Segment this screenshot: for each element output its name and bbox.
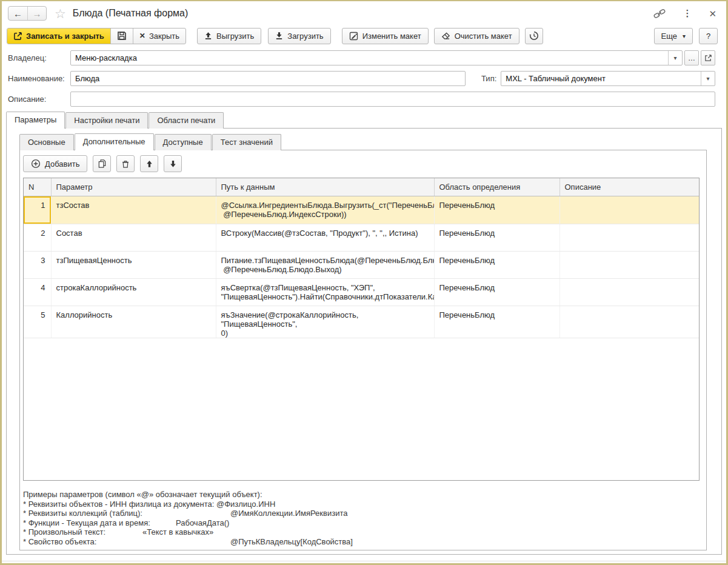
type-dropdown-icon[interactable]: ▾ bbox=[701, 72, 715, 85]
table-row[interactable]: 5 Каллорийность яъЗначение(@строкаКаллор… bbox=[24, 306, 699, 338]
table-row[interactable]: 3 тзПищеваяЦенность Питание.тзПищеваяЦен… bbox=[24, 251, 699, 278]
close-window-icon[interactable]: ✕ bbox=[709, 9, 716, 18]
save-close-icon bbox=[13, 32, 22, 41]
description-label: Описание: bbox=[8, 95, 70, 104]
cell-n[interactable]: 5 bbox=[24, 306, 51, 338]
copy-button[interactable] bbox=[93, 155, 111, 172]
hint-value: @ИмяКоллекции.ИмяРеквизита bbox=[230, 509, 347, 518]
move-up-button[interactable] bbox=[140, 155, 158, 172]
more-button[interactable]: Еще ▾ bbox=[654, 28, 693, 44]
type-field[interactable]: MXL - Табличный документ ▾ bbox=[501, 71, 715, 86]
cell-scope[interactable]: ПереченьБлюд bbox=[434, 251, 559, 278]
edit-layout-button[interactable]: Изменить макет bbox=[342, 28, 429, 44]
close-x-icon: ✕ bbox=[139, 32, 145, 40]
cell-n[interactable]: 1 bbox=[24, 196, 51, 224]
hint-line: * Реквизиты коллекций (таблиц): @ИмяКолл… bbox=[23, 509, 706, 518]
download-label: Загрузить bbox=[287, 32, 323, 41]
commandbar-right: Еще ▾ ? bbox=[654, 28, 718, 44]
owner-value[interactable]: Меню-раскладка bbox=[71, 51, 668, 65]
save-disk-icon bbox=[117, 31, 127, 41]
add-button[interactable]: Добавить bbox=[23, 155, 87, 172]
move-down-button[interactable] bbox=[164, 155, 182, 172]
cell-scope[interactable]: ПереченьБлюд bbox=[434, 224, 559, 251]
command-bar: Записать и закрыть ✕ Закрыть bbox=[2, 25, 726, 46]
download-button[interactable]: Загрузить bbox=[268, 28, 330, 44]
name-input[interactable] bbox=[70, 71, 466, 86]
table-row[interactable]: 2 Состав ВСтроку(Массив(@тзСостав, "Прод… bbox=[24, 224, 699, 251]
more-label: Еще bbox=[661, 32, 677, 41]
table-row[interactable]: 1 тзСостав @Ссылка.ИнгредиентыБлюда.Выгр… bbox=[24, 196, 699, 224]
close-form-button[interactable]: ✕ Закрыть bbox=[133, 28, 185, 44]
cell-desc[interactable] bbox=[559, 224, 699, 251]
col-header-scope: Область определения bbox=[434, 178, 559, 196]
cell-param[interactable]: тзСостав bbox=[51, 196, 216, 224]
edit-layout-label: Изменить макет bbox=[362, 32, 421, 41]
cell-n[interactable]: 4 bbox=[24, 278, 51, 306]
tab-available[interactable]: Доступные bbox=[155, 134, 212, 150]
owner-dropdown-icon[interactable]: ▾ bbox=[668, 51, 682, 65]
hint-value: РабочаяДата() bbox=[176, 518, 229, 528]
chevron-down-icon: ▾ bbox=[683, 33, 686, 39]
cell-n[interactable]: 2 bbox=[24, 224, 51, 251]
hint-line: * Функции - Текущая дата и время: Рабоча… bbox=[23, 518, 706, 528]
window-resize-edge[interactable] bbox=[2, 561, 726, 561]
form-area: Владелец: Меню-раскладка ▾ … Наименовани… bbox=[2, 46, 726, 112]
owner-field[interactable]: Меню-раскладка ▾ bbox=[70, 50, 683, 65]
cell-scope[interactable]: ПереченьБлюд bbox=[434, 196, 559, 224]
save-and-close-button[interactable]: Записать и закрыть bbox=[7, 28, 110, 44]
owner-open-button[interactable] bbox=[701, 50, 715, 65]
favorite-star-icon[interactable]: ☆ bbox=[55, 7, 66, 20]
cell-n[interactable]: 3 bbox=[24, 251, 51, 278]
delete-button[interactable] bbox=[116, 155, 135, 172]
add-circle-plus-icon bbox=[31, 159, 41, 169]
cell-scope[interactable]: ПереченьБлюд bbox=[434, 306, 559, 338]
cell-scope[interactable]: ПереченьБлюд bbox=[434, 278, 559, 306]
tab-print-settings[interactable]: Настройки печати bbox=[65, 112, 148, 129]
table-row[interactable]: 4 строкаКаллорийность яъСвертка(@тзПищев… bbox=[24, 278, 699, 306]
cell-param[interactable]: тзПищеваяЦенность bbox=[51, 251, 216, 278]
cell-path[interactable]: яъСвертка(@тзПищеваяЦенность, "ХЭП", "Пи… bbox=[216, 278, 434, 306]
cell-path[interactable]: @Ссылка.ИнгредиентыБлюда.Выгрузить(_ст("… bbox=[216, 196, 434, 224]
cell-path[interactable]: ВСтроку(Массив(@тзСостав, "Продукт"), ",… bbox=[216, 224, 434, 251]
hint-line: * Произвольный текст: «Текст в кавычках» bbox=[23, 527, 706, 537]
upload-button[interactable]: Выгрузить bbox=[197, 28, 261, 44]
cell-path[interactable]: Питание.тзПищеваяЦенностьБлюда(@Перечень… bbox=[216, 251, 434, 278]
kebab-menu-icon[interactable]: ⋮ bbox=[683, 8, 692, 19]
clear-layout-button[interactable]: Очистить макет bbox=[434, 28, 519, 44]
tab-parameters[interactable]: Параметры bbox=[6, 112, 65, 129]
outer-tabstrip: Параметры Настройки печати Области печат… bbox=[2, 112, 726, 128]
upload-label: Выгрузить bbox=[216, 32, 254, 41]
description-input[interactable] bbox=[70, 92, 715, 107]
cell-desc[interactable] bbox=[559, 306, 699, 338]
save-and-close-label: Записать и закрыть bbox=[26, 32, 104, 41]
forward-icon[interactable]: → bbox=[27, 7, 46, 20]
cell-desc[interactable] bbox=[559, 251, 699, 278]
history-clock-icon bbox=[529, 31, 539, 41]
clear-layout-label: Очистить макет bbox=[455, 32, 512, 41]
tab-print-areas[interactable]: Области печати bbox=[149, 112, 224, 129]
help-button[interactable]: ? bbox=[699, 28, 718, 44]
type-label: Тип: bbox=[481, 74, 496, 83]
history-button[interactable] bbox=[525, 28, 543, 44]
cell-param[interactable]: Каллорийность bbox=[51, 306, 216, 338]
owner-row: Владелец: Меню-раскладка ▾ … bbox=[8, 50, 715, 65]
save-button[interactable] bbox=[110, 28, 133, 44]
edit-pencil-icon bbox=[349, 32, 358, 41]
hint-line: * Свойство объекта: @ПутьКВладельцу[КодС… bbox=[23, 537, 706, 547]
hint-label: * Произвольный текст: bbox=[23, 527, 105, 537]
grid-toolbar: Добавить bbox=[23, 155, 706, 172]
link-icon[interactable] bbox=[653, 8, 666, 19]
cell-param[interactable]: строкаКаллорийность bbox=[51, 278, 216, 306]
tab-test-values[interactable]: Тест значений bbox=[212, 134, 281, 150]
back-icon[interactable]: ← bbox=[8, 7, 27, 20]
cell-desc[interactable] bbox=[559, 196, 699, 224]
tab-main[interactable]: Основные bbox=[19, 134, 74, 150]
cell-desc[interactable] bbox=[559, 278, 699, 306]
type-value[interactable]: MXL - Табличный документ bbox=[501, 72, 701, 85]
cell-param[interactable]: Состав bbox=[51, 224, 216, 251]
owner-choose-button[interactable]: … bbox=[684, 50, 699, 65]
cell-path[interactable]: яъЗначение(@строкаКаллорийность, "Пищева… bbox=[216, 306, 434, 338]
hint-value: «Текст в кавычках» bbox=[142, 527, 213, 537]
hint-label: * Реквизиты коллекций (таблиц): bbox=[23, 509, 142, 518]
tab-additional[interactable]: Дополнительные bbox=[75, 133, 154, 150]
